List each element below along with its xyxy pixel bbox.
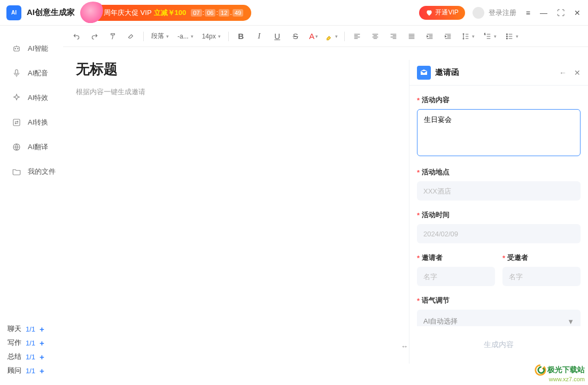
swap-icon: [12, 118, 21, 127]
robot-icon: [12, 44, 21, 53]
svg-point-8: [506, 36, 507, 37]
align-right-button[interactable]: [385, 28, 401, 44]
panel-title: 邀请函: [435, 67, 459, 78]
svg-point-7: [506, 34, 507, 35]
maximize-icon[interactable]: ⛶: [557, 9, 564, 17]
panel-close-icon[interactable]: ✕: [574, 68, 581, 77]
promo-discount: 立减￥100: [154, 8, 187, 18]
document-area[interactable]: 无标题 根据内容一键生成邀请: [76, 60, 409, 385]
bold-button[interactable]: B: [233, 28, 249, 44]
sidebar-item-ai-voice[interactable]: AI配音: [0, 61, 63, 86]
sidebar-item-label: AI智能: [28, 44, 48, 53]
field-label-time: 活动时间: [422, 210, 450, 220]
italic-button[interactable]: I: [251, 28, 267, 44]
add-icon[interactable]: +: [40, 325, 44, 334]
font-family-select[interactable]: -a...▾: [174, 28, 197, 44]
invitation-panel: 邀请函 ← ✕ *活动内容 *活动地点: [409, 60, 588, 364]
sidebar-item-label: AI配音: [28, 68, 48, 78]
mic-icon: [12, 68, 21, 78]
sidebar-item-ai-convert[interactable]: AI转换: [0, 110, 63, 135]
minimize-icon[interactable]: —: [540, 9, 547, 17]
main: 段落▾ -a...▾ 14px▾ B I U S A▾ ▾ ▾ 1▾ ▾ 无标题…: [63, 26, 588, 385]
quota-chat: 聊天1/1+: [7, 322, 63, 336]
line-height-button[interactable]: ▾: [458, 28, 478, 44]
editor-toolbar: 段落▾ -a...▾ 14px▾ B I U S A▾ ▾ ▾ 1▾ ▾: [63, 26, 588, 47]
menu-icon[interactable]: ≡: [526, 9, 530, 17]
svg-point-1: [15, 48, 16, 49]
open-vip-button[interactable]: 开通VIP: [419, 6, 465, 20]
promo-timer: 07:06:12.49: [190, 9, 244, 17]
sidebar-item-label: AI翻译: [28, 142, 48, 152]
panel-back-icon[interactable]: ←: [559, 68, 567, 77]
location-input[interactable]: [417, 181, 581, 201]
strike-button[interactable]: S: [288, 28, 304, 44]
sidebar-item-ai-translate[interactable]: AI翻译: [0, 135, 63, 159]
format-paint-button[interactable]: [105, 28, 121, 44]
svg-rect-4: [13, 119, 20, 126]
inviter-input[interactable]: [417, 267, 495, 286]
add-icon[interactable]: +: [40, 338, 44, 348]
login-register[interactable]: 登录注册: [489, 8, 516, 18]
promo-banner[interactable]: 周年庆大促 VIP 立减￥100 07:06:12.49: [84, 5, 251, 21]
field-label-content: 活动内容: [422, 95, 450, 105]
avatar[interactable]: [473, 7, 484, 19]
field-label-invitee: 受邀者: [507, 253, 528, 263]
sidebar: AI智能 AI配音 AI特效 AI转换 AI翻译 我的文件 聊天1/1+ 写作1…: [0, 26, 63, 385]
font-size-select[interactable]: 14px▾: [199, 28, 224, 44]
align-justify-button[interactable]: [404, 28, 420, 44]
invitee-input[interactable]: [502, 267, 581, 286]
invitation-icon: [417, 66, 431, 80]
sidebar-item-label: AI转换: [28, 118, 48, 127]
document-subtitle: 根据内容一键生成邀请: [76, 87, 409, 97]
eraser-button[interactable]: [123, 28, 139, 44]
quota-summary: 总结1/1+: [7, 350, 63, 364]
quota-write: 写作1/1+: [7, 336, 63, 350]
app-logo: AI: [6, 5, 21, 20]
highlight-button[interactable]: ▾: [324, 28, 340, 44]
folder-icon: [12, 167, 21, 176]
align-center-button[interactable]: [367, 28, 383, 44]
sidebar-item-my-files[interactable]: 我的文件: [0, 159, 63, 184]
promo-text: 周年庆大促 VIP: [104, 8, 152, 18]
unordered-list-button[interactable]: ▾: [502, 28, 522, 44]
topbar: AI AI创意生成家 周年庆大促 VIP 立减￥100 07:06:12.49 …: [0, 0, 588, 26]
svg-text:1: 1: [484, 33, 486, 35]
heart-icon: [425, 9, 433, 17]
field-label-inviter: 邀请者: [422, 253, 443, 263]
generate-button[interactable]: 生成内容: [484, 340, 514, 350]
svg-rect-0: [14, 47, 20, 51]
translate-icon: [12, 142, 21, 152]
redo-button[interactable]: [87, 28, 103, 44]
sidebar-item-ai-effects[interactable]: AI特效: [0, 86, 63, 110]
indent-increase-button[interactable]: [440, 28, 456, 44]
field-label-tone: 语气调节: [422, 296, 450, 305]
font-color-button[interactable]: A▾: [306, 28, 322, 44]
add-icon[interactable]: +: [40, 352, 44, 361]
indent-decrease-button[interactable]: [422, 28, 438, 44]
undo-button[interactable]: [68, 28, 84, 44]
time-input[interactable]: [417, 224, 581, 243]
svg-rect-3: [16, 70, 18, 74]
add-icon[interactable]: +: [40, 366, 44, 375]
paragraph-select[interactable]: 段落▾: [148, 28, 172, 44]
quota-advisor: 顾问1/1+: [7, 364, 63, 378]
app-name: AI创意生成家: [27, 7, 75, 18]
chevron-down-icon: ▼: [567, 318, 574, 326]
ordered-list-button[interactable]: 1▾: [480, 28, 500, 44]
svg-point-9: [506, 38, 507, 39]
sidebar-item-label: 我的文件: [28, 167, 56, 176]
underline-button[interactable]: U: [269, 28, 285, 44]
align-left-button[interactable]: [349, 28, 365, 44]
sidebar-item-ai-smart[interactable]: AI智能: [0, 36, 63, 61]
sparkle-icon: [12, 93, 21, 103]
content-input[interactable]: [417, 109, 581, 156]
sidebar-item-label: AI特效: [28, 93, 48, 103]
document-title[interactable]: 无标题: [76, 60, 409, 79]
sidebar-footer: 聊天1/1+ 写作1/1+ 总结1/1+ 顾问1/1+: [0, 322, 63, 385]
svg-point-2: [18, 48, 19, 49]
field-label-location: 活动地点: [422, 167, 450, 177]
close-icon[interactable]: ✕: [574, 9, 581, 17]
